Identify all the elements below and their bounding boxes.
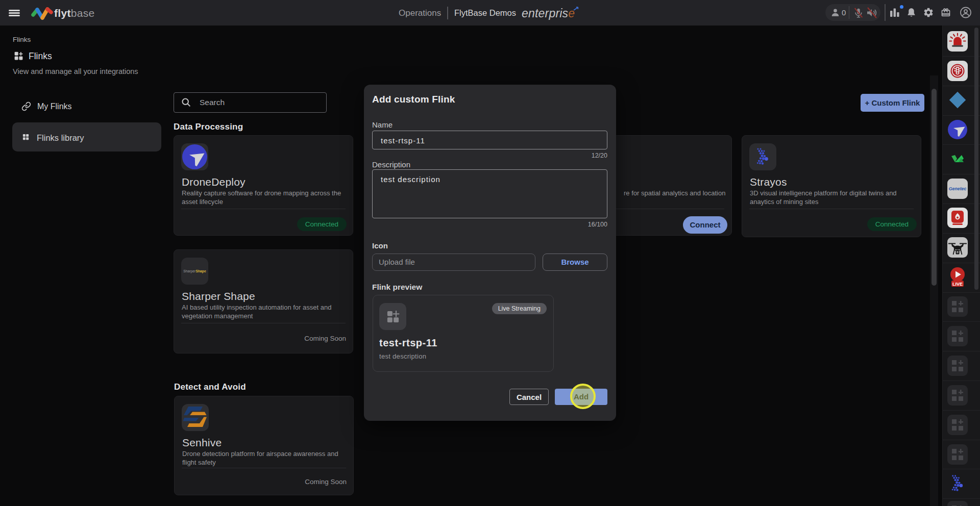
svg-text:LIVE: LIVE xyxy=(952,282,963,287)
